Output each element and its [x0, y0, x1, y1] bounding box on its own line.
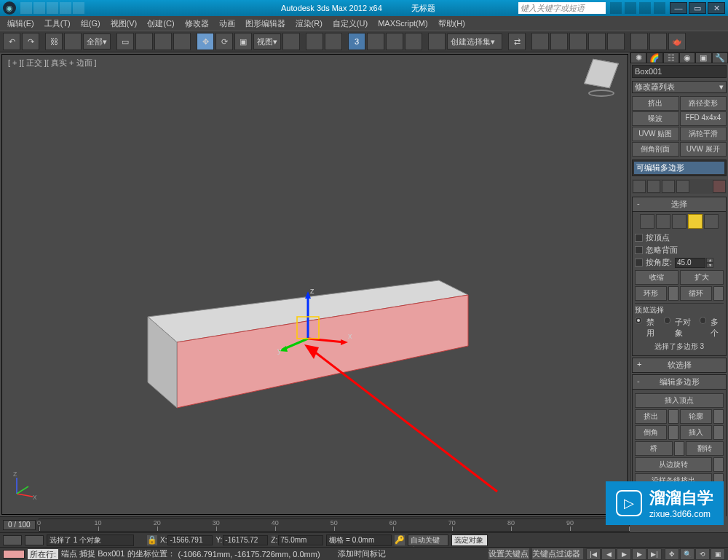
tab-create[interactable]: ✺: [630, 52, 646, 63]
prev-frame-icon[interactable]: ◀: [601, 548, 616, 560]
render-button[interactable]: 🫖: [668, 33, 686, 50]
remove-mod-icon[interactable]: [676, 180, 689, 193]
pan-icon[interactable]: ✥: [665, 548, 679, 560]
select-region-button[interactable]: [154, 33, 172, 50]
outline-opt[interactable]: [713, 409, 724, 424]
viewport-label[interactable]: [ + ][ 正交 ][ 真实 + 边面 ]: [8, 58, 97, 68]
object-name-field[interactable]: Box001: [632, 65, 727, 78]
sub-polygon[interactable]: [688, 214, 703, 229]
menu-item[interactable]: MAXScript(M): [373, 17, 432, 29]
time-tag-button[interactable]: 添加时间标记: [338, 548, 386, 559]
help-search-input[interactable]: 键入关键字或短语: [518, 2, 606, 14]
modifier-list-dropdown[interactable]: 修改器列表: [632, 81, 727, 93]
x-coord[interactable]: X:: [160, 535, 213, 545]
close-button[interactable]: ✕: [708, 2, 725, 14]
menu-item[interactable]: 工具(T): [40, 17, 75, 31]
sub-vertex[interactable]: [640, 214, 654, 229]
mod-btn[interactable]: 噪波: [632, 111, 679, 126]
radio-subobj[interactable]: [664, 317, 670, 324]
align-button[interactable]: [531, 33, 549, 50]
ref-coord-system[interactable]: 视图 ▾: [253, 33, 281, 50]
keyboard-button[interactable]: [325, 33, 342, 50]
link-button[interactable]: ⛓: [45, 33, 63, 50]
selection-filter[interactable]: 全部 ▾: [83, 33, 111, 50]
viewcube[interactable]: [582, 60, 620, 98]
keyfilter-button[interactable]: 关键点过滤器: [532, 548, 583, 559]
show-end-icon[interactable]: [647, 180, 660, 193]
script-input[interactable]: 所在行:: [28, 549, 58, 559]
qat-btn[interactable]: [33, 2, 45, 14]
z-coord[interactable]: Z:: [271, 535, 323, 545]
y-coord[interactable]: Y:: [215, 535, 268, 545]
maximize-button[interactable]: ▭: [689, 2, 706, 14]
tab-utilities[interactable]: 🔧: [712, 52, 728, 63]
play-icon[interactable]: ▶: [617, 548, 631, 560]
bevel-button[interactable]: 倒角: [635, 425, 667, 440]
orbit-icon[interactable]: ⟲: [695, 548, 710, 560]
spinner-snap[interactable]: [405, 33, 422, 50]
loop-button[interactable]: 循环: [680, 286, 712, 301]
grow-button[interactable]: 扩大: [680, 270, 724, 285]
time-slider[interactable]: 0 / 100: [3, 520, 36, 530]
mod-btn[interactable]: 倒角剖面: [632, 142, 679, 157]
mod-btn[interactable]: FFD 4x4x4: [680, 111, 727, 126]
percent-snap[interactable]: [386, 33, 403, 50]
shrink-button[interactable]: 收缩: [635, 270, 678, 285]
sub-edge[interactable]: [656, 214, 670, 229]
autokey-button[interactable]: 自动关键点: [408, 535, 448, 546]
star-icon[interactable]: [639, 2, 651, 14]
mod-btn[interactable]: 挤出: [632, 96, 679, 111]
scale-button[interactable]: ▣: [234, 33, 252, 50]
render-setup-button[interactable]: [630, 33, 648, 50]
layers-button[interactable]: [550, 33, 568, 50]
qat-btn[interactable]: [60, 2, 71, 14]
rollout-editpoly[interactable]: 编辑多边形: [632, 374, 727, 390]
snap-toggle[interactable]: 3: [348, 33, 365, 50]
app-logo-icon[interactable]: ◉: [3, 1, 16, 15]
maximize-vp-icon[interactable]: ▣: [711, 548, 725, 560]
menu-item[interactable]: 视图(V): [106, 17, 142, 31]
window-crossing-button[interactable]: [173, 33, 191, 50]
manip-button[interactable]: [306, 33, 323, 50]
extrude-opt[interactable]: [668, 409, 678, 424]
inset-opt[interactable]: [713, 425, 724, 440]
by-angle-check[interactable]: 按角度: ▴▾: [635, 256, 724, 269]
schematic-button[interactable]: [588, 33, 606, 50]
bridge-opt[interactable]: [674, 441, 684, 456]
tab-hierarchy[interactable]: ☷: [663, 52, 679, 63]
flip-button[interactable]: 翻转: [686, 441, 724, 456]
unique-icon[interactable]: [662, 180, 675, 193]
radio-off[interactable]: [635, 317, 642, 324]
named-sel-set[interactable]: 创建选择集 ▾: [447, 33, 502, 50]
pin-stack-icon[interactable]: [633, 180, 646, 193]
key-icon[interactable]: 🔑: [395, 535, 405, 545]
tab-motion[interactable]: ◉: [679, 52, 695, 63]
undo-button[interactable]: ↶: [3, 33, 20, 50]
lock-icon[interactable]: 🔒: [147, 535, 157, 545]
menu-item[interactable]: 动画: [215, 17, 240, 31]
menu-item[interactable]: 修改器: [181, 17, 213, 31]
menu-item[interactable]: 帮助(H): [434, 17, 470, 31]
help-icon[interactable]: [654, 2, 665, 14]
rollout-selection[interactable]: 选择: [632, 197, 727, 212]
tab-display[interactable]: ▣: [695, 52, 711, 63]
sub-element[interactable]: [704, 214, 719, 229]
move-button[interactable]: ✥: [197, 33, 214, 50]
modifier-stack[interactable]: 可编辑多边形: [632, 159, 727, 176]
menu-item[interactable]: 组(G): [76, 17, 105, 31]
stack-item[interactable]: 可编辑多边形: [634, 162, 724, 174]
next-frame-icon[interactable]: ▶: [632, 548, 646, 560]
mini-listener[interactable]: [3, 535, 22, 545]
redo-button[interactable]: ↷: [22, 33, 39, 50]
mod-btn[interactable]: 涡轮平滑: [680, 127, 727, 141]
menu-item[interactable]: 图形编辑器: [241, 17, 290, 31]
mod-btn[interactable]: 路径变形: [680, 96, 727, 111]
bridge-button[interactable]: 桥: [635, 441, 673, 456]
menu-item[interactable]: 渲染(R): [291, 17, 327, 31]
mirror-button[interactable]: ⇄: [508, 33, 526, 50]
mini-listener2[interactable]: [25, 535, 44, 545]
select-name-button[interactable]: [135, 33, 153, 50]
extrude-button[interactable]: 挤出: [635, 409, 667, 424]
search-icon[interactable]: [610, 2, 622, 14]
angle-spinner[interactable]: ▴▾: [675, 258, 713, 268]
